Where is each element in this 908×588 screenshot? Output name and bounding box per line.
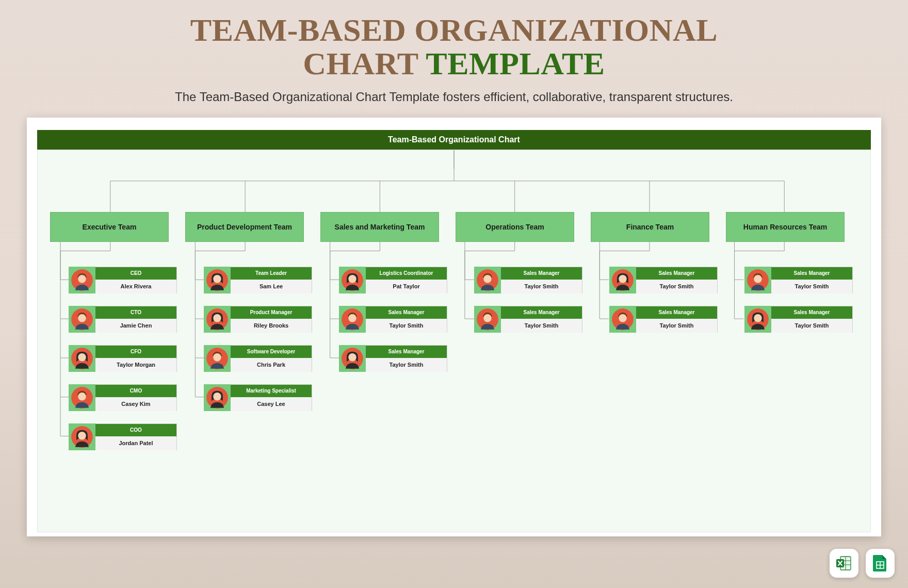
avatar: [609, 267, 636, 293]
member-name: Pat Taylor: [366, 280, 447, 293]
svg-point-1: [78, 275, 86, 283]
svg-point-25: [483, 275, 491, 283]
member-name: Jamie Chen: [95, 319, 176, 333]
member-name: Taylor Smith: [366, 358, 447, 372]
excel-badge: [830, 549, 858, 578]
team-box: Operations Team: [456, 212, 574, 242]
team-label: Product Development Team: [197, 223, 292, 231]
member-role: Sales Manager: [501, 306, 582, 319]
member-card: Logistics Coordinator Pat Taylor: [339, 267, 447, 293]
member-name: Jordan Patel: [95, 436, 176, 450]
team-box: Human Resources Team: [726, 212, 845, 242]
member-name: Alex Rivera: [95, 280, 176, 293]
svg-point-15: [213, 353, 221, 361]
avatar: [609, 306, 636, 333]
member-role: Marketing Specialist: [231, 385, 312, 397]
member-role: COO: [95, 424, 176, 436]
sheets-badge: [866, 549, 895, 578]
member-role: CTO: [95, 306, 176, 319]
svg-point-7: [78, 393, 86, 400]
member-role: CEO: [95, 267, 176, 280]
member-name: Casey Lee: [231, 397, 312, 411]
avatar: [69, 384, 95, 411]
chart-inner-title: Team-Based Organizational Chart: [37, 130, 871, 150]
avatar: [204, 267, 231, 293]
member-role: Team Leader: [231, 267, 312, 280]
member-role: Software Developer: [231, 346, 312, 358]
svg-point-27: [483, 314, 491, 322]
page-subtitle: The Team-Based Organizational Chart Temp…: [0, 90, 908, 104]
team-box: Product Development Team: [185, 212, 304, 242]
avatar: [69, 267, 95, 293]
avatar: [744, 267, 771, 293]
svg-point-21: [348, 314, 356, 322]
svg-point-11: [213, 275, 221, 283]
member-card: Sales Manager Taylor Smith: [609, 267, 718, 293]
chart-card: Team-Based Organizational Chart Executiv…: [27, 118, 881, 536]
member-role: Sales Manager: [501, 267, 582, 280]
svg-point-3: [78, 314, 86, 322]
title-line2b: TEMPLATE: [426, 46, 605, 81]
member-name: Taylor Smith: [501, 319, 582, 333]
svg-point-33: [754, 275, 761, 283]
member-name: Taylor Smith: [366, 319, 447, 333]
team-label: Executive Team: [83, 223, 137, 231]
avatar: [474, 306, 501, 333]
member-role: Sales Manager: [771, 306, 852, 319]
member-role: Sales Manager: [636, 267, 717, 280]
svg-point-23: [348, 353, 356, 361]
member-card: Sales Manager Taylor Smith: [339, 345, 447, 372]
team-box: Sales and Marketing Team: [320, 212, 439, 242]
sheets-icon: [872, 554, 888, 573]
avatar: [204, 306, 231, 333]
excel-icon: [835, 554, 853, 572]
member-card: Software Developer Chris Park: [204, 345, 312, 372]
member-card: COO Jordan Patel: [69, 423, 177, 450]
avatar: [339, 306, 366, 333]
svg-point-17: [213, 393, 221, 400]
team-label: Finance Team: [626, 223, 674, 231]
svg-point-13: [213, 314, 221, 322]
svg-point-35: [754, 314, 761, 322]
svg-point-19: [348, 275, 356, 283]
avatar: [339, 267, 366, 293]
svg-point-29: [619, 275, 626, 283]
member-card: CFO Taylor Morgan: [69, 345, 177, 372]
page-title: TEAM-BASED ORGANIZATIONAL CHART TEMPLATE: [0, 13, 908, 80]
member-card: CMO Casey Kim: [69, 384, 177, 411]
member-card: Product Manager Riley Brooks: [204, 306, 312, 333]
svg-point-5: [78, 353, 86, 361]
avatar: [204, 345, 231, 372]
member-name: Taylor Smith: [636, 280, 717, 293]
member-name: Taylor Morgan: [95, 358, 176, 372]
member-name: Casey Kim: [95, 397, 176, 411]
chart-area: Executive Team CEO Alex Rivera CTO Jamie…: [37, 150, 871, 532]
member-card: Sales Manager Taylor Smith: [474, 267, 582, 293]
member-role: Logistics Coordinator: [366, 267, 447, 280]
member-card: CTO Jamie Chen: [69, 306, 177, 333]
member-role: CMO: [95, 385, 176, 397]
member-role: Sales Manager: [366, 306, 447, 319]
member-role: Sales Manager: [366, 346, 447, 358]
member-name: Chris Park: [231, 358, 312, 372]
member-name: Taylor Smith: [636, 319, 717, 333]
member-card: Marketing Specialist Casey Lee: [204, 384, 312, 411]
title-line2a: CHART: [303, 46, 426, 81]
member-name: Taylor Smith: [771, 280, 852, 293]
avatar: [474, 267, 501, 293]
member-card: Sales Manager Taylor Smith: [339, 306, 447, 333]
team-box: Executive Team: [50, 212, 169, 242]
member-name: Taylor Smith: [501, 280, 582, 293]
avatar: [339, 345, 366, 372]
member-role: Product Manager: [231, 306, 312, 319]
avatar: [204, 384, 231, 411]
title-line1: TEAM-BASED ORGANIZATIONAL: [190, 12, 718, 47]
member-name: Riley Brooks: [231, 319, 312, 333]
member-card: Sales Manager Taylor Smith: [609, 306, 718, 333]
team-box: Finance Team: [591, 212, 709, 242]
svg-point-31: [619, 314, 626, 322]
avatar: [69, 306, 95, 333]
avatar: [69, 423, 95, 450]
team-label: Human Resources Team: [743, 223, 827, 231]
member-card: Team Leader Sam Lee: [204, 267, 312, 293]
